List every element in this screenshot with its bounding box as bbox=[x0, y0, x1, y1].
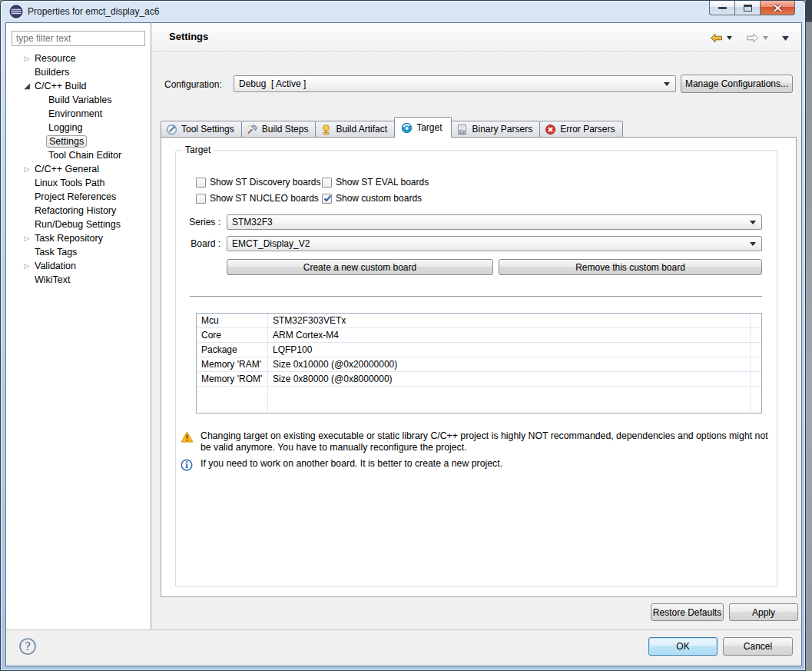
info-icon: i bbox=[181, 459, 194, 474]
apply-button[interactable]: Apply bbox=[729, 603, 798, 621]
sidebar-item-validation[interactable]: ▷Validation bbox=[6, 259, 150, 273]
tab-binary-parsers[interactable]: 010Binary Parsers bbox=[451, 121, 540, 138]
table-row[interactable]: Memory 'RAM'Size 0x10000 (@0x20000000) bbox=[197, 357, 761, 372]
sidebar-item-task-tags[interactable]: Task Tags bbox=[6, 245, 150, 259]
page-title: Settings bbox=[169, 23, 208, 51]
remove-custom-board-button[interactable]: Remove this custom board bbox=[499, 259, 762, 275]
sidebar-item-project-references[interactable]: Project References bbox=[6, 190, 150, 204]
window-controls bbox=[709, 1, 795, 15]
collapsed-arrow-icon[interactable]: ▷ bbox=[22, 162, 32, 176]
table-row[interactable]: PackageLQFP100 bbox=[197, 343, 761, 357]
tab-label: Error Parsers bbox=[560, 124, 615, 135]
configuration-combo[interactable]: Debug [ Active ] bbox=[234, 75, 676, 92]
close-button[interactable] bbox=[761, 1, 795, 15]
create-custom-board-button[interactable]: Create a new custom board bbox=[227, 259, 493, 275]
collapsed-arrow-icon[interactable]: ▷ bbox=[22, 259, 32, 273]
checkbox-show-custom-boards[interactable]: Show custom boards bbox=[322, 191, 429, 205]
tab-error-parsers[interactable]: Error Parsers bbox=[539, 121, 622, 138]
property-value: Size 0x80000 (@0x8000000) bbox=[267, 374, 393, 384]
bottom-bar: ? OK Cancel bbox=[6, 629, 801, 666]
property-name: Core bbox=[197, 330, 267, 340]
sidebar-item-resource[interactable]: ▷Resource bbox=[6, 51, 150, 65]
property-name: Package bbox=[197, 344, 267, 355]
sidebar-item-c-c-build[interactable]: ◢C/C++ Build bbox=[6, 79, 150, 93]
collapsed-arrow-icon[interactable]: ▷ bbox=[22, 231, 32, 245]
sidebar-item-label: Validation bbox=[32, 261, 78, 271]
separator-line bbox=[190, 296, 762, 297]
tab-label: Build Steps bbox=[262, 124, 309, 135]
expanded-arrow-icon[interactable]: ◢ bbox=[22, 79, 32, 93]
cancel-button[interactable]: Cancel bbox=[723, 637, 793, 656]
sidebar-item-label: WikiText bbox=[32, 274, 73, 285]
sidebar-item-c-c-general[interactable]: ▷C/C++ General bbox=[6, 162, 150, 176]
forward-arrow-icon[interactable] bbox=[746, 33, 759, 43]
board-label: Board : bbox=[176, 236, 220, 251]
sidebar-item-logging[interactable]: Logging bbox=[6, 121, 150, 135]
sidebar-item-run-debug-settings[interactable]: Run/Debug Settings bbox=[6, 218, 150, 231]
series-combo[interactable]: STM32F3 bbox=[227, 214, 762, 230]
title-bar[interactable]: Properties for emct_display_ac6 bbox=[1, 1, 805, 22]
checkbox-box[interactable] bbox=[322, 178, 332, 188]
sidebar-item-label: Tool Chain Editor bbox=[46, 150, 124, 161]
tab-content-panel: Target Show ST Discovery boardsShow ST E… bbox=[161, 137, 797, 597]
window-title: Properties for emct_display_ac6 bbox=[28, 6, 159, 17]
sidebar-item-label: Project References bbox=[32, 191, 118, 202]
back-arrow-icon[interactable] bbox=[710, 33, 723, 43]
checkbox-box[interactable] bbox=[322, 194, 332, 204]
checkbox-box[interactable] bbox=[196, 178, 206, 188]
maximize-button[interactable] bbox=[735, 1, 761, 15]
sidebar-item-environment[interactable]: Environment bbox=[6, 107, 150, 121]
filter-input[interactable] bbox=[12, 31, 145, 46]
property-value: ARM Cortex-M4 bbox=[267, 330, 339, 340]
svg-text:?: ? bbox=[25, 640, 31, 653]
view-menu-caret-icon[interactable] bbox=[782, 36, 789, 41]
sidebar-tree: ▷ResourceBuilders◢C/C++ BuildBuild Varia… bbox=[6, 51, 150, 287]
board-combo[interactable]: EMCT_Display_V2 bbox=[227, 236, 762, 251]
manage-configurations-button[interactable]: Manage Configurations... bbox=[681, 75, 793, 93]
checkbox-label: Show custom boards bbox=[336, 193, 422, 204]
sidebar-item-wikitext[interactable]: WikiText bbox=[6, 273, 150, 287]
sidebar-item-tool-chain-editor[interactable]: Tool Chain Editor bbox=[6, 148, 150, 162]
info-text: If you need to work on another board. It… bbox=[201, 458, 774, 470]
sidebar-item-build-variables[interactable]: Build Variables bbox=[6, 93, 150, 107]
close-icon bbox=[773, 4, 783, 12]
warning-text: Changing target on existing executable o… bbox=[201, 430, 774, 453]
tab-tool-settings[interactable]: Tool Settings bbox=[161, 121, 242, 138]
sidebar-item-builders[interactable]: Builders bbox=[6, 65, 150, 79]
tab-label: Binary Parsers bbox=[472, 124, 532, 135]
configuration-label: Configuration: bbox=[164, 76, 222, 93]
ok-button[interactable]: OK bbox=[648, 637, 718, 656]
minimize-button[interactable] bbox=[709, 1, 735, 15]
collapsed-arrow-icon[interactable]: ▷ bbox=[22, 51, 32, 65]
checkbox-show-st-nucleo-boards[interactable]: Show ST NUCLEO boards bbox=[196, 191, 322, 205]
tab-build-steps[interactable]: Build Steps bbox=[241, 121, 317, 138]
table-column-separator bbox=[750, 314, 751, 413]
sidebar-item-settings[interactable]: Settings bbox=[6, 135, 150, 148]
back-menu-caret-icon[interactable] bbox=[727, 36, 732, 40]
page-header: Settings bbox=[152, 23, 801, 51]
sidebar-item-label: Refactoring History bbox=[32, 205, 118, 216]
sidebar-item-label: C/C++ Build bbox=[32, 81, 88, 91]
tab-build-artifact[interactable]: Build Artifact bbox=[315, 121, 395, 138]
property-value: LQFP100 bbox=[267, 344, 312, 355]
property-value: STM32F303VETx bbox=[267, 315, 346, 326]
tab-target[interactable]: Target bbox=[394, 117, 452, 138]
table-row[interactable]: Memory 'ROM'Size 0x80000 (@0x8000000) bbox=[197, 372, 761, 387]
tab-bar: Tool SettingsBuild StepsBuild ArtifactTa… bbox=[161, 120, 622, 138]
table-row[interactable]: McuSTM32F303VETx bbox=[197, 314, 761, 328]
sidebar-item-label: Settings bbox=[46, 135, 87, 148]
sidebar-item-task-repository[interactable]: ▷Task Repository bbox=[6, 231, 150, 245]
sidebar-item-linux-tools-path[interactable]: Linux Tools Path bbox=[6, 176, 150, 190]
help-icon[interactable]: ? bbox=[18, 637, 37, 656]
restore-defaults-button[interactable]: Restore Defaults bbox=[651, 603, 724, 621]
header-nav bbox=[710, 33, 789, 43]
checkbox-box[interactable] bbox=[196, 194, 206, 204]
checkbox-show-st-eval-boards[interactable]: Show ST EVAL boards bbox=[322, 175, 429, 189]
checkbox-show-st-discovery-boards[interactable]: Show ST Discovery boards bbox=[196, 175, 322, 189]
table-row[interactable]: CoreARM Cortex-M4 bbox=[197, 328, 761, 343]
sidebar-item-refactoring-history[interactable]: Refactoring History bbox=[6, 204, 150, 218]
sidebar-item-label: Build Variables bbox=[46, 95, 114, 105]
background-app-strip bbox=[806, 0, 812, 671]
sidebar-item-label: Task Tags bbox=[32, 247, 79, 257]
forward-menu-caret-icon[interactable] bbox=[763, 36, 768, 40]
